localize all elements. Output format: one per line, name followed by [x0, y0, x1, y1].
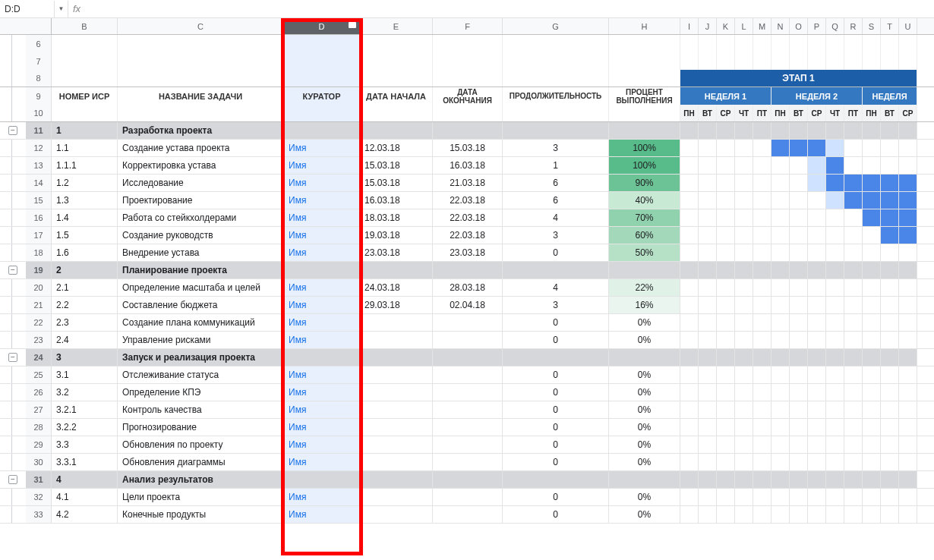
cell[interactable]	[360, 35, 433, 52]
row-number[interactable]: 26	[26, 384, 52, 401]
wbs-cell[interactable]: 1.1.1	[52, 157, 118, 174]
wbs-cell[interactable]: 1.1	[52, 140, 118, 156]
gantt-cell[interactable]	[826, 506, 844, 523]
gantt-cell[interactable]	[753, 122, 771, 139]
gantt-cell[interactable]	[717, 401, 735, 418]
pct-cell[interactable]	[609, 349, 680, 366]
gantt-cell[interactable]	[826, 244, 844, 261]
gantt-cell[interactable]	[808, 489, 826, 505]
dur-cell[interactable]	[503, 262, 609, 278]
gantt-cell[interactable]	[808, 209, 826, 226]
row-number[interactable]: 20	[26, 279, 52, 296]
gantt-cell[interactable]	[771, 262, 790, 278]
gantt-cell[interactable]	[881, 471, 899, 488]
gantt-cell[interactable]	[899, 279, 917, 296]
gantt-cell[interactable]	[808, 349, 826, 366]
gantt-cell[interactable]	[844, 297, 863, 313]
gantt-cell[interactable]	[771, 314, 790, 331]
gantt-cell[interactable]	[881, 140, 899, 156]
gantt-cell[interactable]	[881, 401, 899, 418]
gantt-cell[interactable]	[881, 244, 899, 261]
gantt-cell[interactable]	[717, 175, 735, 191]
gantt-cell[interactable]	[717, 506, 735, 523]
curator-cell[interactable]: Имя	[284, 209, 360, 226]
task-title-cell[interactable]: Планирование проекта	[118, 262, 284, 278]
column-header-c[interactable]: C	[118, 18, 284, 34]
row-number[interactable]: 28	[26, 419, 52, 436]
start-cell[interactable]	[360, 489, 433, 505]
gantt-cell[interactable]	[717, 489, 735, 505]
column-header-g[interactable]: G	[503, 18, 609, 34]
pct-cell[interactable]: 70%	[609, 209, 680, 226]
gantt-cell[interactable]	[881, 192, 899, 209]
wbs-cell[interactable]: 1.6	[52, 244, 118, 261]
row-number[interactable]: 12	[26, 140, 52, 156]
gantt-cell[interactable]	[826, 297, 844, 313]
gantt-cell[interactable]	[680, 367, 699, 383]
pct-cell[interactable]: 100%	[609, 157, 680, 174]
gantt-cell[interactable]	[735, 279, 753, 296]
curator-cell[interactable]: Имя	[284, 192, 360, 209]
gantt-cell[interactable]	[826, 157, 844, 174]
task-title-cell[interactable]: Управление рисками	[118, 332, 284, 348]
gantt-cell[interactable]	[771, 332, 790, 348]
row-number[interactable]: 25	[26, 367, 52, 383]
gantt-cell[interactable]	[753, 367, 771, 383]
name-box[interactable]: D:D	[0, 1, 55, 17]
gantt-cell[interactable]	[735, 140, 753, 156]
gantt-cell[interactable]	[680, 454, 699, 470]
end-cell[interactable]: 22.03.18	[433, 209, 503, 226]
dur-cell[interactable]: 0	[503, 419, 609, 436]
gantt-cell[interactable]	[899, 384, 917, 401]
gantt-cell[interactable]	[753, 471, 771, 488]
gantt-cell[interactable]	[808, 332, 826, 348]
gantt-cell[interactable]	[771, 227, 790, 244]
gantt-cell[interactable]	[735, 419, 753, 436]
gantt-cell[interactable]	[844, 175, 863, 191]
gantt-cell[interactable]	[771, 384, 790, 401]
gantt-cell[interactable]	[771, 140, 790, 156]
gantt-cell[interactable]	[699, 314, 717, 331]
gantt-cell[interactable]	[899, 209, 917, 226]
gantt-cell[interactable]	[826, 471, 844, 488]
gantt-cell[interactable]	[753, 140, 771, 156]
row-number[interactable]: 17	[26, 227, 52, 244]
gantt-cell[interactable]	[790, 367, 808, 383]
curator-cell[interactable]: Имя	[284, 436, 360, 453]
end-cell[interactable]: 22.03.18	[433, 227, 503, 244]
gantt-cell[interactable]	[863, 332, 881, 348]
gantt-cell[interactable]	[771, 471, 790, 488]
pct-cell[interactable]: 16%	[609, 297, 680, 313]
gantt-cell[interactable]	[881, 279, 899, 296]
gantt-cell[interactable]	[808, 244, 826, 261]
gantt-cell[interactable]	[717, 297, 735, 313]
gantt-cell[interactable]	[790, 384, 808, 401]
gantt-cell[interactable]	[899, 349, 917, 366]
gantt-cell[interactable]	[771, 175, 790, 191]
gantt-cell[interactable]	[899, 140, 917, 156]
gantt-cell[interactable]	[680, 244, 699, 261]
gantt-cell[interactable]	[699, 262, 717, 278]
start-cell[interactable]: 15.03.18	[360, 157, 433, 174]
column-header-u[interactable]: U	[899, 18, 917, 34]
cell[interactable]	[433, 52, 503, 70]
gantt-cell[interactable]	[735, 349, 753, 366]
gantt-cell[interactable]	[753, 384, 771, 401]
task-title-cell[interactable]: Создание плана коммуникаций	[118, 314, 284, 331]
gantt-cell[interactable]	[790, 297, 808, 313]
wbs-cell[interactable]: 4.2	[52, 506, 118, 523]
dur-cell[interactable]: 1	[503, 157, 609, 174]
gantt-cell[interactable]	[771, 401, 790, 418]
dur-cell[interactable]: 0	[503, 332, 609, 348]
gantt-cell[interactable]	[881, 506, 899, 523]
gantt-cell[interactable]	[699, 192, 717, 209]
gantt-cell[interactable]	[844, 384, 863, 401]
pct-cell[interactable]: 0%	[609, 314, 680, 331]
collapse-toggle[interactable]: −	[8, 266, 17, 275]
task-title-cell[interactable]: Проектирование	[118, 192, 284, 209]
gantt-cell[interactable]	[790, 227, 808, 244]
gantt-cell[interactable]	[735, 262, 753, 278]
dur-cell[interactable]: 6	[503, 192, 609, 209]
gantt-cell[interactable]	[699, 209, 717, 226]
gantt-cell[interactable]	[899, 175, 917, 191]
